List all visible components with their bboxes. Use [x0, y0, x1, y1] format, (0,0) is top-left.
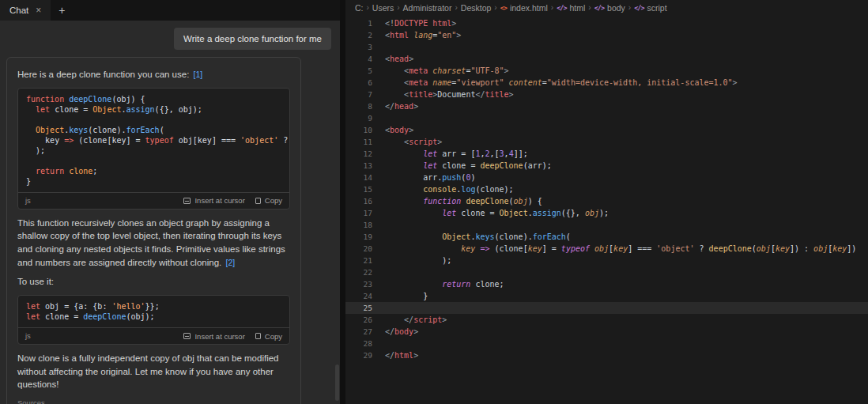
line-number: 12	[345, 148, 385, 160]
line-number: 27	[345, 326, 385, 338]
copy-button[interactable]: Copy	[255, 332, 282, 341]
editor-code-line[interactable]: 24 }	[345, 290, 868, 302]
editor-code-line[interactable]: 7 <title>Document</title>	[345, 89, 868, 100]
editor-code-line[interactable]: 8</head>	[345, 100, 868, 112]
editor-code-area[interactable]: 1<!DOCTYPE html>2<html lang="en">34<head…	[345, 15, 868, 404]
source-ref-1[interactable]: [1]	[194, 70, 203, 79]
line-number: 11	[345, 136, 385, 148]
line-number: 17	[345, 207, 385, 219]
chat-code-line: }	[26, 176, 281, 187]
chat-code-line	[26, 115, 281, 125]
source-ref-2[interactable]: [2]	[225, 258, 235, 267]
editor-code-line[interactable]: 5 <meta charset="UTF-8">	[345, 65, 868, 77]
line-number: 7	[345, 89, 385, 100]
breadcrumb-item-body[interactable]: </>body	[594, 3, 625, 13]
breadcrumb-item-c-[interactable]: C:	[355, 3, 364, 13]
copy-label: Copy	[265, 196, 282, 205]
user-message: Write a deep clone function for me	[174, 28, 331, 50]
insert-at-cursor-button[interactable]: Insert at cursor	[183, 196, 244, 205]
breadcrumb-separator-icon: ›	[628, 3, 631, 12]
editor-code-line[interactable]: 20 key => (clone[key] = typeof obj[key] …	[345, 243, 868, 255]
code-block-2: let obj = {a: {b: 'hello'}};let clone = …	[17, 295, 290, 345]
chat-code-line: key => (clone[key] = typeof obj[key] ===…	[26, 135, 281, 145]
line-number: 18	[345, 219, 385, 231]
chat-scrollbar[interactable]	[335, 364, 339, 401]
editor-code-line[interactable]: 25	[345, 302, 868, 314]
line-number: 19	[345, 231, 385, 243]
panel-divider[interactable]	[340, 0, 345, 404]
editor-code-line[interactable]: 6 <meta name="viewport" content="width=d…	[345, 77, 868, 89]
html-file-icon: <>	[500, 4, 507, 12]
chat-code-line: let clone = Object.assign({}, obj);	[26, 104, 281, 115]
breadcrumb-item-users[interactable]: Users	[372, 3, 394, 13]
editor-code-line[interactable]: 13 let clone = deepClone(arr);	[345, 160, 868, 172]
editor-code-line[interactable]: 11 <script>	[345, 136, 868, 148]
code-lang-label: js	[25, 195, 31, 206]
copy-icon	[255, 198, 261, 204]
copy-button[interactable]: Copy	[255, 196, 282, 205]
insert-at-cursor-label: Insert at cursor	[194, 196, 244, 205]
line-number: 25	[345, 302, 385, 314]
line-number: 8	[345, 100, 385, 112]
chat-code-line: return clone;	[26, 166, 281, 176]
editor-code-line[interactable]: 23 return clone;	[345, 278, 868, 290]
editor-code-line[interactable]: 22	[345, 266, 868, 278]
insert-at-cursor-icon	[183, 198, 191, 204]
editor-code-line[interactable]: 27</body>	[345, 326, 868, 338]
chat-conversation: Write a deep clone function for me Here …	[0, 21, 340, 404]
editor-code-line[interactable]: 26 </script>	[345, 314, 868, 326]
tab-chat[interactable]: Chat ×	[0, 0, 51, 21]
sources-section: Sources [1] Attack of the Clones - DEV C…	[17, 398, 290, 404]
breadcrumb-separator-icon: ›	[367, 3, 369, 12]
editor-code-line[interactable]: 16 function deepClone(obj) {	[345, 195, 868, 207]
editor-code-line[interactable]: 15 console.log(clone);	[345, 183, 868, 195]
breadcrumb-separator-icon: ›	[455, 3, 457, 12]
line-number: 16	[345, 195, 385, 207]
line-number: 10	[345, 124, 385, 136]
breadcrumb-item-html[interactable]: </>html	[557, 3, 585, 13]
editor-code-line[interactable]: 1<!DOCTYPE html>	[345, 17, 868, 29]
editor-code-line[interactable]: 14 arr.push(0)	[345, 172, 868, 183]
editor-code-line[interactable]: 18	[345, 219, 868, 231]
line-number: 26	[345, 314, 385, 326]
insert-at-cursor-button[interactable]: Insert at cursor	[183, 332, 244, 341]
line-number: 15	[345, 183, 385, 195]
breadcrumb-separator-icon: ›	[494, 3, 496, 12]
editor-code-line[interactable]: 21 );	[345, 255, 868, 266]
editor-code-line[interactable]: 29</html>	[345, 349, 868, 361]
assistant-closing: Now clone is a fully independent copy of…	[17, 352, 290, 391]
line-number: 9	[345, 112, 385, 124]
tab-close-icon[interactable]: ×	[36, 6, 41, 15]
line-number: 23	[345, 278, 385, 290]
editor-code-line[interactable]: 17 let clone = Object.assign({}, obj);	[345, 207, 868, 219]
line-number: 1	[345, 17, 385, 29]
chat-code-line: );	[26, 145, 281, 156]
chat-code-snippet-1: function deepClone(obj) { let clone = Ob…	[18, 89, 289, 192]
breadcrumb-item-index-html[interactable]: <>index.html	[500, 3, 548, 13]
chat-panel: Chat × + Write a deep clone function for…	[0, 0, 340, 404]
editor-code-line[interactable]: 3	[345, 41, 868, 53]
editor-code-line[interactable]: 19 Object.keys(clone).forEach(	[345, 231, 868, 243]
breadcrumb-item-administrator[interactable]: Administrator	[403, 3, 452, 13]
code-block-2-footer: js Insert at cursor Copy	[18, 327, 289, 344]
editor-code-line[interactable]: 2<html lang="en">	[345, 29, 868, 41]
line-number: 2	[345, 29, 385, 41]
editor-code-line[interactable]: 12 let arr = [1,2,[3,4]];	[345, 148, 868, 160]
usage-label: To use it:	[17, 275, 290, 289]
breadcrumb-separator-icon: ›	[397, 3, 399, 12]
breadcrumb-item-script[interactable]: </>script	[634, 3, 666, 13]
line-number: 22	[345, 266, 385, 278]
assistant-explanation-text: This function recursively clones an obje…	[17, 218, 285, 267]
breadcrumb-item-desktop[interactable]: Desktop	[461, 3, 492, 13]
editor-code-line[interactable]: 28	[345, 338, 868, 349]
new-chat-button[interactable]: +	[51, 0, 73, 21]
line-number: 24	[345, 290, 385, 302]
symbol-icon: </>	[557, 4, 566, 12]
line-number: 14	[345, 172, 385, 183]
editor-code-line[interactable]: 9	[345, 112, 868, 124]
editor-code-line[interactable]: 4<head>	[345, 53, 868, 65]
insert-at-cursor-icon	[183, 333, 191, 339]
line-number: 6	[345, 77, 385, 89]
assistant-intro: Here is a deep clone function you can us…	[17, 68, 290, 81]
editor-code-line[interactable]: 10<body>	[345, 124, 868, 136]
